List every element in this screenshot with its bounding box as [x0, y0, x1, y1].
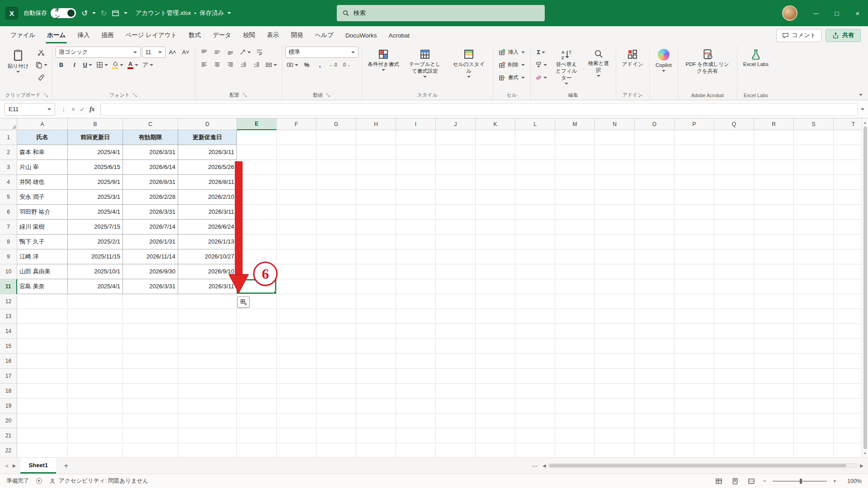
- undo-button[interactable]: ↺: [81, 9, 88, 18]
- new-sheet-button[interactable]: +: [61, 460, 71, 471]
- cell-P13[interactable]: [675, 309, 714, 324]
- align-top-button[interactable]: [198, 47, 210, 58]
- insert-cells-button[interactable]: 挿入: [496, 47, 527, 58]
- cell-B6[interactable]: 2025/4/1: [68, 205, 123, 220]
- cell-M12[interactable]: [555, 294, 595, 309]
- cell-B4[interactable]: 2025/9/1: [68, 175, 123, 190]
- cell-M20[interactable]: [555, 413, 595, 428]
- cell-L6[interactable]: [515, 205, 555, 220]
- cell-G6[interactable]: [316, 205, 356, 220]
- cell-I17[interactable]: [396, 369, 436, 384]
- clear-dropdown-icon[interactable]: [543, 77, 547, 79]
- cell-A20[interactable]: [17, 413, 68, 428]
- cell-B11[interactable]: 2025/4/1: [68, 279, 123, 294]
- row-header-19[interactable]: 19: [0, 399, 17, 413]
- autofill-options-button[interactable]: [237, 296, 250, 308]
- cell-A9[interactable]: 江崎 洋: [17, 249, 68, 264]
- column-header-E[interactable]: E: [237, 118, 277, 130]
- cell-N7[interactable]: [595, 220, 635, 235]
- cell-L9[interactable]: [515, 249, 555, 264]
- tab-開発[interactable]: 開発: [285, 26, 309, 44]
- paste-dropdown-icon[interactable]: [16, 71, 20, 73]
- cell-P22[interactable]: [675, 443, 714, 457]
- cell-T11[interactable]: [834, 279, 862, 294]
- cell-N2[interactable]: [595, 145, 635, 160]
- orientation-dropdown-icon[interactable]: [247, 52, 251, 53]
- cell-M9[interactable]: [555, 249, 595, 264]
- cell-L11[interactable]: [515, 279, 555, 294]
- row-header-22[interactable]: 22: [0, 443, 17, 457]
- cell-O5[interactable]: [635, 190, 675, 205]
- cell-H14[interactable]: [356, 324, 396, 339]
- cut-button[interactable]: [34, 47, 49, 58]
- cell-I4[interactable]: [396, 175, 436, 190]
- cell-B12[interactable]: [68, 294, 123, 309]
- alignment-dialog-launcher-icon[interactable]: [242, 93, 247, 98]
- cell-T18[interactable]: [834, 384, 862, 399]
- cell-B1[interactable]: 前回更新日: [68, 130, 123, 145]
- close-button[interactable]: ×: [847, 0, 868, 26]
- cell-M13[interactable]: [555, 309, 595, 324]
- accounting-dropdown-icon[interactable]: [295, 64, 298, 66]
- cell-R11[interactable]: [754, 279, 794, 294]
- cell-T14[interactable]: [834, 324, 862, 339]
- cell-B22[interactable]: [68, 443, 123, 457]
- column-header-P[interactable]: P: [675, 118, 714, 130]
- cell-N3[interactable]: [595, 160, 635, 175]
- maximize-button[interactable]: □: [826, 0, 847, 26]
- cell-I13[interactable]: [396, 309, 436, 324]
- cell-J3[interactable]: [436, 160, 476, 175]
- cell-N15[interactable]: [595, 339, 635, 354]
- format-painter-button[interactable]: [34, 72, 49, 83]
- cell-Q15[interactable]: [714, 339, 754, 354]
- cell-K2[interactable]: [476, 145, 515, 160]
- cell-C13[interactable]: [123, 309, 178, 324]
- search-box[interactable]: 検索: [337, 5, 545, 21]
- cell-J1[interactable]: [436, 130, 476, 145]
- cell-Q3[interactable]: [714, 160, 754, 175]
- cell-G4[interactable]: [316, 175, 356, 190]
- cell-D4[interactable]: 2026/8/11: [178, 175, 237, 190]
- cell-S18[interactable]: [794, 384, 834, 399]
- cell-B21[interactable]: [68, 428, 123, 443]
- cell-O18[interactable]: [635, 384, 675, 399]
- cell-S21[interactable]: [794, 428, 834, 443]
- next-sheet-icon[interactable]: ▶: [13, 463, 16, 468]
- cell-S8[interactable]: [794, 235, 834, 249]
- increase-indent-button[interactable]: [251, 59, 263, 70]
- cell-A2[interactable]: 森本 和幸: [17, 145, 68, 160]
- cell-T4[interactable]: [834, 175, 862, 190]
- cell-A14[interactable]: [17, 324, 68, 339]
- cell-C18[interactable]: [123, 384, 178, 399]
- row-header-7[interactable]: 7: [0, 220, 17, 235]
- cell-P4[interactable]: [675, 175, 714, 190]
- column-header-S[interactable]: S: [794, 118, 834, 130]
- cell-P6[interactable]: [675, 205, 714, 220]
- cell-J10[interactable]: [436, 264, 476, 279]
- cell-B8[interactable]: 2025/2/1: [68, 235, 123, 249]
- cell-J4[interactable]: [436, 175, 476, 190]
- align-middle-button[interactable]: [212, 47, 223, 58]
- cell-K8[interactable]: [476, 235, 515, 249]
- cell-B17[interactable]: [68, 369, 123, 384]
- column-header-L[interactable]: L: [515, 118, 555, 130]
- column-header-N[interactable]: N: [595, 118, 635, 130]
- cell-R1[interactable]: [754, 130, 794, 145]
- cell-R14[interactable]: [754, 324, 794, 339]
- cell-R19[interactable]: [754, 399, 794, 413]
- cell-H1[interactable]: [356, 130, 396, 145]
- cell-E19[interactable]: [237, 399, 277, 413]
- cell-S2[interactable]: [794, 145, 834, 160]
- autosave-toggle[interactable]: オン: [51, 8, 76, 18]
- cell-A21[interactable]: [17, 428, 68, 443]
- format-cells-button[interactable]: 書式: [496, 72, 527, 83]
- cell-S5[interactable]: [794, 190, 834, 205]
- cell-E18[interactable]: [237, 384, 277, 399]
- cell-S7[interactable]: [794, 220, 834, 235]
- cell-A5[interactable]: 安永 潤子: [17, 190, 68, 205]
- cell-O1[interactable]: [635, 130, 675, 145]
- cell-L1[interactable]: [515, 130, 555, 145]
- cell-Q17[interactable]: [714, 369, 754, 384]
- cell-F4[interactable]: [277, 175, 316, 190]
- cell-Q2[interactable]: [714, 145, 754, 160]
